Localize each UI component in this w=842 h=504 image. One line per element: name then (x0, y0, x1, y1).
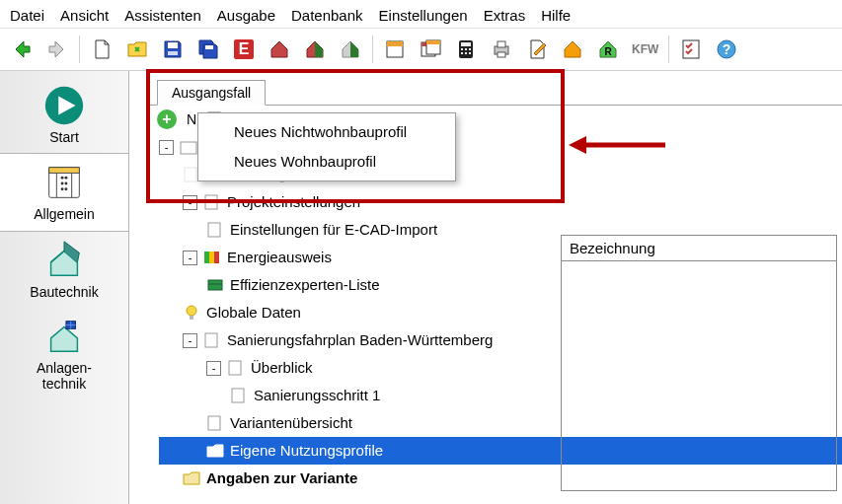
svg-rect-53 (205, 333, 217, 347)
edit-doc-icon[interactable] (521, 34, 553, 65)
expander-icon[interactable]: - (206, 361, 221, 376)
sidebar-label-start: Start (0, 130, 128, 145)
svg-rect-46 (204, 252, 209, 263)
page-icon (230, 387, 248, 404)
svg-marker-58 (569, 136, 586, 154)
tree-label: Überblick (251, 354, 313, 382)
menu-ansicht[interactable]: Ansicht (60, 7, 109, 24)
new-doc-button[interactable] (86, 34, 117, 65)
svg-rect-44 (205, 195, 217, 209)
house-split-icon[interactable] (299, 34, 331, 65)
calculator-icon[interactable] (450, 34, 482, 65)
expander-icon[interactable]: - (183, 195, 197, 210)
page-icon (203, 331, 221, 349)
house-red-icon[interactable] (264, 34, 295, 65)
svg-rect-6 (387, 41, 403, 46)
svg-rect-1 (168, 51, 178, 55)
tree-label: Angaben zur Variante (206, 465, 357, 492)
context-menu: Neues Nichtwohnbauprofil Neues Wohnbaupr… (197, 112, 456, 181)
printer-icon[interactable] (486, 34, 517, 65)
tree-node-projekteinst[interactable]: - Projekteinstellungen (159, 188, 842, 216)
folder-icon (180, 138, 197, 156)
tree-label: Sanierungsfahrplan Baden-Württemberg (227, 326, 493, 354)
tree-label: Variantenübersicht (230, 409, 352, 437)
sidebar-item-bautechnik[interactable]: Bautechnik (0, 232, 128, 308)
svg-rect-42 (181, 142, 196, 154)
svg-rect-0 (168, 42, 178, 48)
tree-label: Einstellungen für E-CAD-Import (230, 216, 437, 244)
svg-rect-17 (465, 52, 467, 54)
help-icon[interactable]: ? (711, 34, 742, 65)
sidebar-item-allgemein[interactable]: Allgemein (0, 153, 128, 231)
menubar: Datei Ansicht Assistenten Ausgabe Datenb… (0, 0, 842, 29)
sidebar-label-anlagentechnik: Anlagen- technik (0, 361, 128, 392)
svg-text:E: E (239, 40, 250, 57)
energy-color-icon (203, 249, 221, 266)
tree-label: Eigene Nutzungsprofile (230, 437, 383, 465)
svg-point-32 (61, 182, 64, 185)
play-icon (41, 83, 87, 128)
svg-rect-56 (208, 416, 220, 430)
menu-ausgabe[interactable]: Ausgabe (217, 7, 275, 24)
tab-ausgangsfall[interactable]: Ausgangsfall (157, 80, 266, 106)
sidebar-item-anlagentechnik[interactable]: Anlagen- technik (0, 308, 128, 399)
svg-rect-52 (190, 316, 193, 320)
toolbar: E R KFW ? (0, 29, 842, 71)
tree-label: Effizienzexperten-Liste (230, 271, 379, 299)
menu-assistenten[interactable]: Assistenten (124, 7, 201, 24)
svg-rect-28 (49, 168, 80, 174)
menu-item-nichtwohnbau[interactable]: Neues Nichtwohnbauprofil (198, 117, 455, 147)
svg-point-31 (61, 177, 64, 180)
svg-rect-47 (209, 252, 214, 263)
svg-rect-43 (185, 168, 196, 181)
menu-item-wohnbau[interactable]: Neues Wohnbauprofil (198, 147, 455, 177)
svg-text:?: ? (723, 41, 731, 57)
svg-text:R: R (604, 46, 612, 57)
back-button[interactable] (6, 34, 38, 65)
bulb-icon (183, 304, 200, 322)
forward-button[interactable] (41, 34, 73, 65)
page-icon (206, 221, 224, 239)
house-solar-icon (41, 314, 87, 359)
details-panel: Bezeichnung (561, 235, 837, 491)
svg-rect-48 (214, 252, 219, 263)
svg-rect-49 (208, 280, 222, 290)
sidebar: Start Allgemein Bautechnik Anlagen- tech… (0, 71, 129, 504)
e-button[interactable]: E (228, 34, 260, 65)
checklist-icon[interactable] (675, 34, 707, 65)
menu-datei[interactable]: Datei (10, 7, 44, 24)
panel-2-icon[interactable] (415, 34, 446, 65)
svg-rect-54 (229, 361, 241, 375)
house-r-icon[interactable]: R (592, 34, 624, 65)
expander-icon[interactable]: - (183, 251, 197, 265)
svg-point-51 (187, 306, 196, 316)
panel-1-icon[interactable] (379, 34, 411, 65)
svg-rect-12 (461, 42, 471, 46)
svg-rect-18 (469, 52, 471, 54)
expander-icon[interactable]: - (183, 333, 197, 348)
add-icon[interactable]: + (157, 109, 177, 129)
house-grey-icon[interactable] (335, 34, 366, 65)
save-all-button[interactable] (192, 34, 224, 65)
save-button[interactable] (157, 34, 189, 65)
expander-icon[interactable]: - (159, 140, 174, 155)
open-folder-button[interactable] (121, 34, 153, 65)
menu-extras[interactable]: Extras (484, 7, 526, 24)
annotation-arrow (569, 130, 667, 160)
sidebar-item-start[interactable]: Start (0, 77, 128, 153)
svg-point-35 (64, 182, 67, 185)
menu-datenbank[interactable]: Datenbank (291, 7, 363, 24)
menu-einstellungen[interactable]: Einstellungen (379, 7, 468, 24)
folder-open-icon (206, 442, 224, 460)
kfw-button[interactable]: KFW (628, 34, 662, 65)
svg-rect-20 (498, 41, 505, 47)
menu-hilfe[interactable]: Hilfe (541, 7, 571, 24)
book-green-icon (206, 276, 224, 294)
house-orange-icon[interactable] (557, 34, 588, 65)
tree-label: Sanierungsschritt 1 (254, 382, 380, 409)
svg-rect-2 (205, 45, 213, 49)
tree-label: Projekteinstellungen (227, 188, 360, 216)
sidebar-label-bautechnik: Bautechnik (0, 285, 128, 300)
tab-strip: Ausgangsfall (149, 71, 842, 106)
svg-point-33 (61, 188, 64, 191)
